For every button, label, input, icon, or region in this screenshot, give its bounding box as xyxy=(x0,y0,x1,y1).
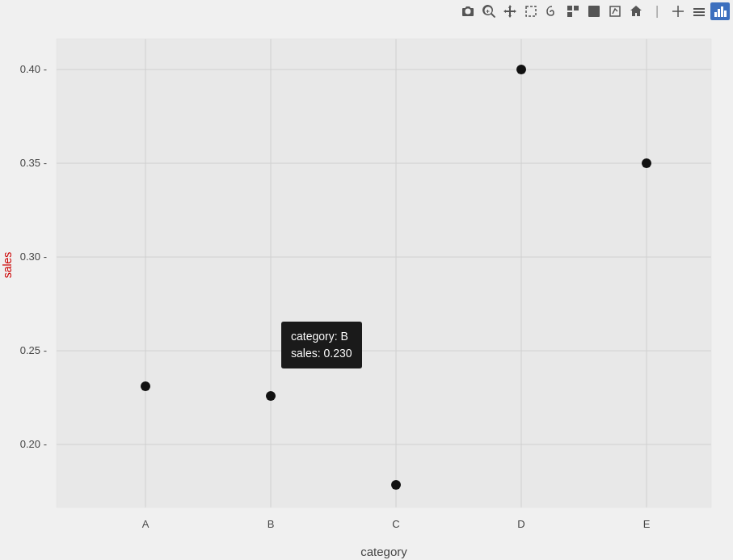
chart-type-button[interactable] xyxy=(710,2,730,20)
separator: | xyxy=(647,2,667,20)
data-point-e[interactable] xyxy=(642,158,651,168)
autoscale-button[interactable] xyxy=(605,2,625,20)
svg-rect-0 xyxy=(526,6,536,16)
svg-rect-3 xyxy=(567,12,572,17)
y-tick-020: 0.20 - xyxy=(20,438,47,450)
camera-button[interactable] xyxy=(458,2,478,20)
hover-button[interactable] xyxy=(689,2,709,20)
chart-container: 0.40 - 0.35 - 0.30 - 0.25 - 0.20 - sales… xyxy=(0,23,733,560)
data-point-c[interactable] xyxy=(391,480,401,490)
data-point-a[interactable] xyxy=(141,381,150,391)
x-tick-b: B xyxy=(268,518,275,530)
toolbar: | xyxy=(455,0,733,23)
zoom-button[interactable] xyxy=(479,2,499,20)
svg-rect-13 xyxy=(721,6,723,17)
y-axis-label: sales xyxy=(1,252,14,279)
data-point-d[interactable] xyxy=(516,65,526,74)
svg-rect-12 xyxy=(718,9,720,17)
y-tick-025: 0.25 - xyxy=(20,344,47,356)
zoom-in-button[interactable] xyxy=(563,2,583,20)
x-tick-a: A xyxy=(142,518,150,530)
svg-rect-11 xyxy=(714,12,717,17)
svg-rect-8 xyxy=(693,8,705,10)
y-tick-040: 0.40 - xyxy=(20,63,47,75)
x-axis-label: category xyxy=(360,545,407,558)
svg-rect-1 xyxy=(567,6,572,11)
svg-rect-9 xyxy=(693,11,705,13)
y-tick-030: 0.30 - xyxy=(20,251,47,263)
svg-rect-10 xyxy=(693,15,705,16)
svg-rect-2 xyxy=(574,6,579,11)
svg-rect-14 xyxy=(724,11,727,17)
y-tick-035: 0.35 - xyxy=(20,157,47,169)
pan-button[interactable] xyxy=(500,2,520,20)
home-button[interactable] xyxy=(626,2,646,20)
zoom-out-button[interactable] xyxy=(584,2,604,20)
data-point-b[interactable] xyxy=(266,391,276,401)
x-tick-c: C xyxy=(392,518,399,530)
svg-rect-5 xyxy=(610,6,620,16)
svg-rect-4 xyxy=(588,6,600,17)
spike-button[interactable] xyxy=(668,2,688,20)
chart-svg: 0.40 - 0.35 - 0.30 - 0.25 - 0.20 - sales… xyxy=(0,23,733,560)
x-tick-e: E xyxy=(643,518,651,530)
select-box-button[interactable] xyxy=(521,2,541,20)
lasso-button[interactable] xyxy=(542,2,562,20)
svg-rect-16 xyxy=(57,39,711,507)
x-tick-d: D xyxy=(517,518,524,530)
